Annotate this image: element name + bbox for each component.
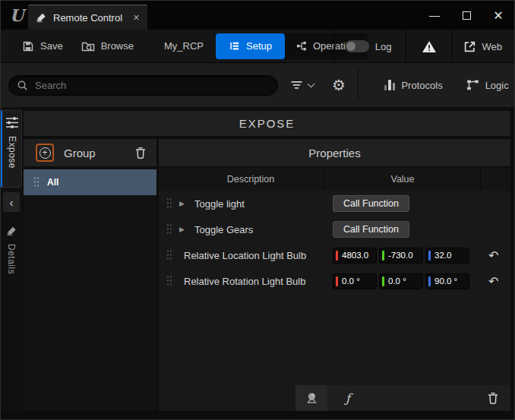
expose-tab-label: Expose <box>7 136 17 169</box>
column-value: Value <box>325 168 481 191</box>
property-row-toggle-gears: ▶ Toggle Gears Call Function <box>159 216 510 242</box>
maximize-button[interactable] <box>450 1 482 30</box>
tab-remote-control[interactable]: Remote Control ✕ <box>28 5 147 30</box>
minimize-button[interactable]: — <box>419 1 450 30</box>
window-controls: — ✕ <box>419 1 514 30</box>
x-value: 4803.0 <box>342 251 368 260</box>
divider <box>452 30 453 63</box>
collapse-sidebar-button[interactable]: ‹ <box>3 192 20 212</box>
chevron-down-icon <box>308 80 315 87</box>
browse-button[interactable]: Browse <box>81 40 134 52</box>
add-group-button[interactable]: + <box>36 144 54 162</box>
rail-tab-details[interactable]: Details <box>1 226 22 274</box>
property-label: Toggle light <box>194 198 245 210</box>
expand-arrow-icon[interactable]: ▶ <box>179 226 191 233</box>
rotation-z-input[interactable]: 90.0 ° <box>425 273 469 289</box>
z-axis-bar <box>428 276 431 286</box>
x-axis-bar <box>336 251 338 261</box>
y-value: -730.0 <box>388 251 413 260</box>
tab-title: Remote Control <box>53 12 122 24</box>
search-icon <box>17 80 28 91</box>
details-tab-label: Details <box>6 244 17 274</box>
setup-tab[interactable]: Setup <box>216 33 285 59</box>
z-value: 32.0 <box>434 251 451 260</box>
divider <box>358 69 359 101</box>
drag-handle[interactable] <box>33 176 39 188</box>
side-rail: Expose ‹ Details <box>1 107 22 411</box>
drag-handle[interactable] <box>166 223 172 235</box>
close-button[interactable]: ✕ <box>482 1 514 30</box>
divider <box>406 30 406 63</box>
search-row: ⚙ Protocols Logic <box>1 63 514 107</box>
x-value: 0.0 ° <box>342 276 360 286</box>
expose-panel: EXPOSE + Group Properties All <box>22 107 510 411</box>
y-axis-bar <box>382 276 384 286</box>
browse-label: Browse <box>101 40 134 52</box>
sliders-icon <box>5 116 19 129</box>
settings-gear-icon[interactable]: ⚙ <box>332 77 346 93</box>
rail-tab-expose[interactable]: Expose <box>1 110 22 188</box>
setup-label: Setup <box>246 40 272 52</box>
external-link-icon <box>463 40 476 53</box>
logic-label: Logic <box>485 80 509 91</box>
reset-to-default-button[interactable]: ↶ <box>488 268 498 294</box>
web-label: Web <box>482 41 503 52</box>
tab-close-icon[interactable]: ✕ <box>133 13 140 23</box>
column-description: Description <box>159 168 325 191</box>
maximize-icon <box>463 11 471 20</box>
logic-icon <box>466 79 479 91</box>
browse-folder-icon <box>81 40 95 52</box>
property-row-relative-rotation: Relative Rotation Light Bulb 0.0 ° 0.0 °… <box>159 268 510 294</box>
rotation-y-input[interactable]: 0.0 ° <box>379 273 423 289</box>
drag-handle[interactable] <box>166 249 172 261</box>
setup-icon <box>229 40 240 52</box>
search-input[interactable] <box>35 80 270 91</box>
vector-y-input[interactable]: -730.0 <box>379 248 423 264</box>
reset-to-default-button[interactable]: ↶ <box>488 242 498 268</box>
expose-function-button[interactable]: ƒ <box>346 391 350 406</box>
z-axis-bar <box>428 251 431 261</box>
vector-x-input[interactable]: 4803.0 <box>333 248 377 264</box>
expose-actor-button[interactable] <box>295 385 327 411</box>
protocols-label: Protocols <box>401 80 442 91</box>
rotation-x-input[interactable]: 0.0 ° <box>333 273 377 289</box>
group-item-label: All <box>47 177 58 188</box>
property-row-relative-location: Relative Location Light Bulb 4803.0 -730… <box>159 242 510 268</box>
warning-icon <box>422 40 437 53</box>
remote-control-window: U Remote Control ✕ — ✕ <box>0 0 515 420</box>
group-list: All <box>24 168 156 411</box>
log-toggle[interactable] <box>345 40 369 52</box>
group-item-all[interactable]: All <box>24 169 156 195</box>
preset-name[interactable]: My_RCP <box>164 40 204 52</box>
property-label: Toggle Gears <box>194 224 253 235</box>
filter-button[interactable] <box>290 80 314 90</box>
drag-handle[interactable] <box>166 197 172 210</box>
z-value: 90.0 ° <box>434 276 457 286</box>
remote-control-icon <box>36 12 47 24</box>
call-function-button[interactable]: Call Function <box>333 221 409 238</box>
logic-button[interactable]: Logic <box>466 79 509 91</box>
property-label: Relative Location Light Bulb <box>184 250 306 261</box>
panel-title: EXPOSE <box>24 111 510 136</box>
web-button[interactable]: Web <box>463 40 503 53</box>
save-button[interactable]: Save <box>22 40 63 52</box>
drag-handle[interactable] <box>166 275 172 287</box>
table-header: Description Value <box>159 168 510 191</box>
y-axis-bar <box>382 251 384 261</box>
plus-circle-icon: + <box>39 147 51 159</box>
toggle-knob <box>346 42 355 51</box>
delete-property-button[interactable] <box>487 392 499 405</box>
search-box[interactable] <box>8 75 278 96</box>
delete-group-button[interactable] <box>134 147 147 159</box>
expand-arrow-icon[interactable]: ▶ <box>179 200 191 207</box>
property-row-toggle-light: ▶ Toggle light Call Function <box>159 191 510 216</box>
protocols-icon <box>384 80 396 90</box>
vector-z-input[interactable]: 32.0 <box>425 248 469 264</box>
group-header-label: Group <box>64 147 96 159</box>
property-label: Relative Rotation Light Bulb <box>184 276 305 287</box>
call-function-button[interactable]: Call Function <box>333 195 409 212</box>
warning-button[interactable] <box>422 40 437 53</box>
details-pencil-icon <box>6 226 17 237</box>
protocols-button[interactable]: Protocols <box>384 80 443 91</box>
filter-icon <box>290 80 303 90</box>
